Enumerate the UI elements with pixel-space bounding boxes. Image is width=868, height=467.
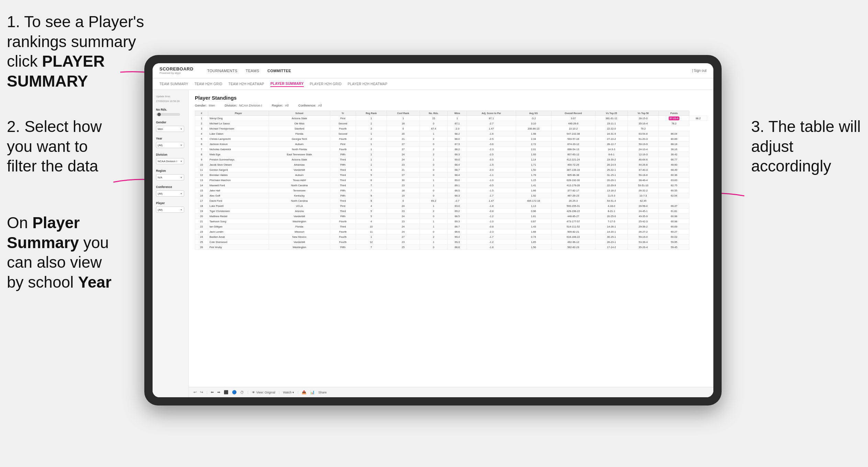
table-cell: 60.69 — [659, 224, 689, 229]
table-cell: 88.18 — [659, 142, 689, 147]
table-cell: 68.5 — [448, 188, 467, 193]
table-cell: 4 — [356, 203, 387, 209]
table-cell: Third — [330, 224, 356, 229]
table-cell: 14-20-1 — [595, 229, 627, 234]
toolbar-clock-icon[interactable]: ⏱ — [240, 390, 244, 394]
subnav-team-h2h-heatmap[interactable]: TEAM H2H HEATMAP — [229, 81, 264, 87]
table-cell: 19-39-2 — [595, 157, 627, 162]
view-original-button[interactable]: 👁 View: Original — [252, 391, 275, 394]
redo-button[interactable]: ↪ — [200, 390, 203, 394]
table-cell: 25-42-3 — [627, 219, 659, 224]
player-select[interactable]: (All) ▼ — [156, 207, 184, 213]
col-avg-sg: Avg SG — [516, 111, 551, 116]
table-cell: Second — [330, 121, 356, 126]
table-cell: 1 — [420, 203, 447, 209]
region-section: Region N/A ▼ — [156, 169, 185, 180]
table-cell: 381-61-11 — [595, 116, 627, 121]
table-cell: 16 — [195, 193, 208, 198]
table-cell: 1 — [420, 183, 447, 188]
table-cell: 23 — [387, 209, 420, 214]
watch-button[interactable]: Watch ▾ — [283, 391, 294, 394]
toolbar-icon-2[interactable]: ➡ — [217, 390, 220, 394]
table-cell: 514-111-52 — [551, 224, 595, 229]
table-cell: 69.3 — [448, 219, 467, 224]
nav-teams[interactable]: TEAMS — [246, 69, 259, 73]
table-cell: Third — [330, 198, 356, 203]
share-button[interactable]: Share — [318, 391, 326, 394]
table-cell: Christo Lamprecht — [208, 136, 269, 142]
table-cell: 4-18-0 — [595, 203, 627, 209]
table-cell: New Mexico — [269, 234, 330, 240]
table-cell: 59-19-0 — [627, 234, 659, 240]
table-cell: 69.4 — [448, 234, 467, 240]
table-cell: 674-33-12 — [551, 142, 595, 147]
gender-select[interactable]: Men ▼ — [156, 126, 184, 132]
table-cell: 53-38-4 — [627, 240, 659, 245]
toolbar-icon-3[interactable]: ⬛ — [224, 390, 229, 394]
table-cell: 49-35-9 — [627, 214, 659, 219]
division-filter-display: Division: NCAA Division I — [225, 103, 262, 107]
table-cell: 1 — [356, 162, 387, 167]
export-icon[interactable]: 📤 — [302, 390, 307, 394]
gender-section: Gender Men ▼ — [156, 121, 185, 132]
table-row: 22Ian GilliganFloridaThird1024168.7-0.81… — [195, 224, 707, 229]
table-row: 16Alex GoffKentuckyFifth919068.3-1.71.92… — [195, 193, 707, 198]
table-cell: 25 — [387, 245, 420, 250]
table-cell: Fourth — [330, 219, 356, 224]
toolbar-icon-4[interactable]: 🔵 — [232, 390, 237, 394]
table-cell: 61.81 — [659, 209, 689, 214]
table-cell: 500-155-31 — [551, 203, 595, 209]
division-select[interactable]: NCAA Division I ▼ — [156, 158, 184, 164]
table-cell: Brendan Valdes — [208, 173, 269, 178]
table-cell: 1 — [356, 121, 387, 126]
col-rank: # — [195, 111, 208, 116]
table-cell: Fourth — [330, 136, 356, 142]
subnav-team-h2h-grid[interactable]: TEAM H2H GRID — [194, 81, 222, 87]
bottom-toolbar: ↩ ↪ | ⬅ ➡ ⬛ 🔵 ⏱ | 👁 View: Original | Wa — [189, 387, 713, 397]
region-select[interactable]: N/A ▼ — [156, 174, 184, 180]
table-icon[interactable]: 📊 — [310, 390, 315, 394]
table-cell: -2.3 — [467, 229, 516, 234]
table-cell: Washington — [269, 219, 330, 224]
table-cell: 24 — [387, 157, 420, 162]
region-filter-display: Region: All — [272, 103, 289, 107]
eye-icon: 👁 — [252, 391, 255, 394]
table-cell: North Carolina — [269, 198, 330, 203]
col-overall: Overall Record — [551, 111, 595, 116]
undo-button[interactable]: ↩ — [193, 390, 197, 394]
year-select[interactable]: (All) ▼ — [156, 142, 184, 148]
table-cell: 377-82-17 — [551, 188, 595, 193]
subnav-team-summary[interactable]: TEAM SUMMARY — [159, 81, 188, 87]
table-cell: 1.98 — [516, 131, 551, 136]
table-cell: 35-26-4 — [627, 245, 659, 250]
subnav-player-h2h-heatmap[interactable]: PLAYER H2H HEATMAP — [348, 81, 387, 87]
table-row: 5Christo LamprechtGeorgia TechFourth2212… — [195, 136, 707, 142]
table-cell: 69.1 — [448, 183, 467, 188]
subnav-player-summary[interactable]: PLAYER SUMMARY — [270, 81, 304, 87]
table-cell: Vanderbilt — [269, 214, 330, 219]
table-cell: 15 — [420, 116, 447, 121]
table-cell: 20 — [195, 214, 208, 219]
main-content: Update time: 27/03/2024 16:56:26 No Rds.… — [153, 90, 713, 397]
table-cell: 2 — [420, 136, 447, 142]
table-cell: 1 — [420, 178, 447, 183]
table-cell: 68.49 — [659, 167, 689, 173]
nav-committee[interactable]: COMMITTEE — [267, 69, 291, 73]
rds-slider[interactable] — [156, 113, 180, 116]
table-cell: 429-198-22 — [551, 209, 595, 214]
table-row: 23Jack LundinMissouriFourth1124068.6-2.3… — [195, 229, 707, 234]
col-no-rds: No. Rds. — [420, 111, 447, 116]
table-cell: -1.5 — [467, 162, 516, 167]
table-cell: 2 — [420, 147, 447, 152]
table-cell: 68.6 — [448, 245, 467, 250]
conference-select[interactable]: (All) ▼ — [156, 190, 184, 197]
table-cell: 20-14-5 — [595, 162, 627, 167]
table-cell: 53-51-10 — [627, 183, 659, 188]
nav-tournaments[interactable]: TOURNAMENTS — [207, 69, 237, 73]
table-cell: 12 — [356, 240, 387, 245]
toolbar-icon-1[interactable]: ⬅ — [211, 390, 214, 394]
subnav-player-h2h-grid[interactable]: PLAYER H2H GRID — [310, 81, 342, 87]
table-cell: 6 — [195, 142, 208, 147]
table-row: 1Wenyi DingArizona StateFirst1115167.1-3… — [195, 116, 707, 121]
col-conf-rank: Conf Rank — [387, 111, 420, 116]
